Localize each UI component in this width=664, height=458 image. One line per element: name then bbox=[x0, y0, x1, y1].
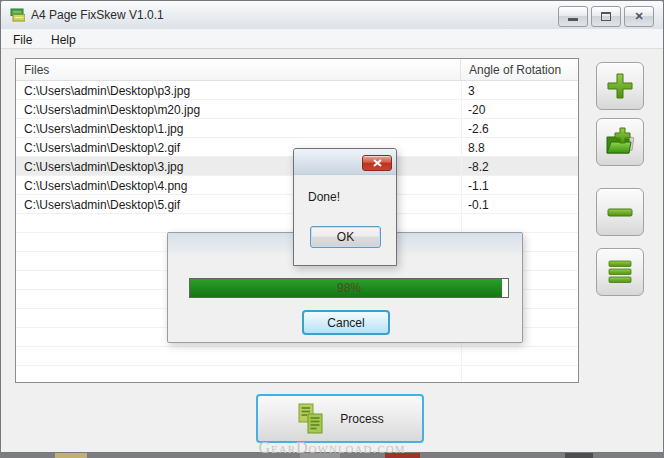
angle-cell bbox=[460, 366, 578, 383]
file-path-cell: C:\Users\admin\Desktop\p3.jpg bbox=[16, 81, 460, 99]
maximize-button[interactable] bbox=[591, 6, 621, 27]
close-button[interactable]: ✕ bbox=[624, 6, 654, 27]
menu-bar: File Help bbox=[1, 29, 663, 49]
file-path-cell bbox=[16, 366, 460, 383]
table-row[interactable]: C:\Users\admin\Desktop\m20.jpg -20 bbox=[16, 100, 578, 119]
angle-cell: -0.1 bbox=[460, 195, 578, 213]
minimize-icon bbox=[568, 18, 578, 21]
column-header-files[interactable]: Files bbox=[16, 59, 460, 80]
done-close-button[interactable] bbox=[362, 155, 392, 171]
file-path-cell: C:\Users\admin\Desktop\1.jpg bbox=[16, 119, 460, 137]
maximize-icon bbox=[601, 12, 611, 21]
process-button[interactable]: Process bbox=[256, 394, 424, 443]
minimize-button[interactable] bbox=[558, 6, 588, 27]
cancel-button[interactable]: Cancel bbox=[302, 310, 390, 335]
plus-icon bbox=[604, 70, 636, 102]
file-path-cell: C:\Users\admin\Desktop\m20.jpg bbox=[16, 100, 460, 118]
menu-help[interactable]: Help bbox=[47, 32, 80, 48]
ok-button[interactable]: OK bbox=[310, 226, 381, 248]
folder-add-icon bbox=[603, 125, 637, 159]
clear-list-button[interactable] bbox=[596, 248, 644, 296]
column-header-angle[interactable]: Angle of Rotation bbox=[460, 59, 578, 80]
list-icon bbox=[604, 256, 636, 288]
add-files-button[interactable] bbox=[596, 62, 644, 110]
file-path-cell bbox=[16, 347, 460, 365]
remove-file-button[interactable] bbox=[596, 188, 644, 236]
table-row[interactable] bbox=[16, 347, 578, 366]
progress-percent-label: 98% bbox=[190, 279, 508, 297]
done-dialog: Done! OK bbox=[293, 148, 397, 266]
done-message: Done! bbox=[308, 190, 340, 204]
desktop-sliver bbox=[0, 453, 664, 458]
angle-cell: -20 bbox=[460, 100, 578, 118]
close-icon bbox=[373, 159, 382, 167]
table-row[interactable]: C:\Users\admin\Desktop\p3.jpg 3 bbox=[16, 81, 578, 100]
window-title: A4 Page FixSkew V1.0.1 bbox=[31, 8, 164, 22]
menu-file[interactable]: File bbox=[9, 32, 36, 48]
title-bar[interactable]: A4 Page FixSkew V1.0.1 ✕ bbox=[1, 1, 663, 29]
angle-cell bbox=[460, 347, 578, 365]
screenshot-root: A4 Page FixSkew V1.0.1 ✕ File Help Files… bbox=[0, 0, 664, 458]
angle-cell bbox=[460, 214, 578, 232]
angle-cell: 3 bbox=[460, 81, 578, 99]
table-row[interactable]: C:\Users\admin\Desktop\1.jpg -2.6 bbox=[16, 119, 578, 138]
documents-icon bbox=[296, 403, 326, 435]
minus-icon bbox=[604, 196, 636, 228]
pages-icon bbox=[9, 7, 25, 23]
add-folder-button[interactable] bbox=[596, 118, 644, 166]
angle-cell: 8.8 bbox=[460, 138, 578, 156]
close-icon: ✕ bbox=[634, 11, 643, 22]
process-button-label: Process bbox=[340, 412, 383, 426]
angle-cell: -1.1 bbox=[460, 176, 578, 194]
progress-bar: 98% bbox=[189, 278, 509, 298]
angle-cell: -2.6 bbox=[460, 119, 578, 137]
file-list-header: Files Angle of Rotation bbox=[16, 59, 578, 81]
angle-cell: -8.2 bbox=[460, 157, 578, 175]
table-row[interactable] bbox=[16, 366, 578, 383]
